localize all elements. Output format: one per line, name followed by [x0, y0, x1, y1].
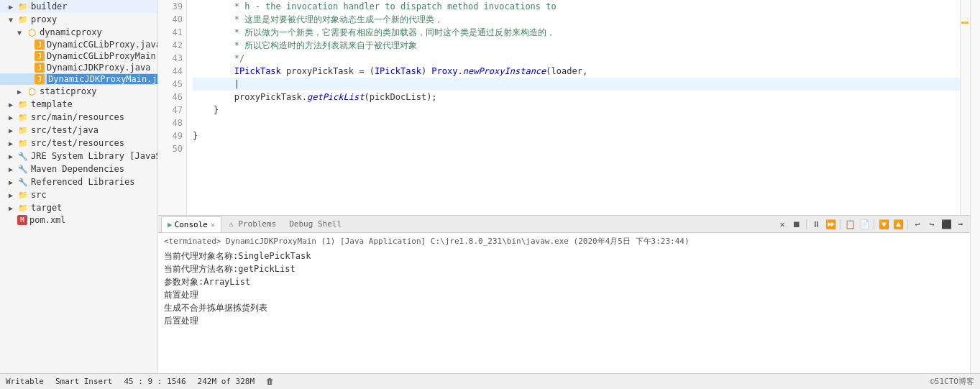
- sidebar-item-template[interactable]: ▶ 📁 template: [0, 98, 157, 111]
- code-line: * 所以它构造时的方法列表就来自于被代理对象: [193, 39, 960, 52]
- code-line: * h - the invocation handler to dispatch…: [193, 0, 960, 13]
- folder-icon: 📁: [17, 124, 29, 136]
- sidebar-item-label: src/test/java: [31, 125, 99, 135]
- console-output[interactable]: <terminated> DynamicJDKProxyMain (1) [Ja…: [158, 233, 970, 373]
- package-icon: ⬡: [26, 27, 37, 38]
- tab-close-icon[interactable]: ✕: [211, 221, 215, 229]
- line-numbers: 39 40 41 42 43 44 45 46 47 48 49 50: [158, 0, 187, 215]
- toolbar-redo-btn[interactable]: ↪: [925, 218, 938, 231]
- sidebar-item-label: target: [31, 203, 62, 213]
- tab-console-label: Console: [175, 220, 208, 229]
- tab-problems[interactable]: ⚠ Problems: [223, 218, 282, 230]
- folder-icon: 📁: [17, 202, 29, 214]
- toolbar-scroll-up-btn[interactable]: 🔼: [892, 218, 905, 231]
- tab-debug-shell[interactable]: Debug Shell: [283, 218, 347, 230]
- arrow-icon: ▶: [9, 165, 17, 173]
- sidebar-item-src-test-resources[interactable]: ▶ 📁 src/test/resources: [0, 137, 157, 150]
- sidebar-item-target[interactable]: ▶ 📁 target: [0, 201, 157, 214]
- status-insert-mode: Smart Insert: [55, 377, 112, 386]
- toolbar-arrow-btn[interactable]: ➡: [954, 218, 967, 231]
- toolbar-separator3: [874, 219, 874, 229]
- sidebar-item-DynamicJDKProxy[interactable]: ▶ J DynamicJDKProxy.java: [0, 62, 157, 73]
- editor-area: 39 40 41 42 43 44 45 46 47 48 49 50 * h …: [158, 0, 970, 373]
- toolbar-stop-btn[interactable]: ⏹: [790, 218, 803, 231]
- sidebar-item-label: DynamicCGLibProxy.java: [47, 40, 158, 50]
- arrow-icon: ▶: [9, 139, 17, 147]
- sidebar-item-label: DynamicJDKProxyMain.java: [47, 74, 158, 84]
- code-line-active[interactable]: |: [193, 78, 960, 91]
- code-line: [193, 116, 960, 129]
- line-num: 43: [158, 52, 183, 65]
- arrow-icon: ▶: [9, 3, 17, 11]
- code-line: */: [193, 52, 960, 65]
- arrow-icon: ▶: [9, 178, 17, 186]
- sidebar-item-DynamicCGLibProxyMain[interactable]: ▶ J DynamicCGLibProxyMain.java: [0, 50, 157, 62]
- toolbar-clear-btn[interactable]: ✕: [776, 218, 789, 231]
- sidebar-item-DynamicJDKProxyMain[interactable]: ▶ J DynamicJDKProxyMain.java: [0, 73, 157, 85]
- sidebar-item-jre-system-library[interactable]: ▶ 🔧 JRE System Library [JavaSE-1.8]: [0, 150, 157, 163]
- sidebar-item-referenced-libraries[interactable]: ▶ 🔧 Referenced Libraries: [0, 175, 157, 188]
- sidebar-item-builder[interactable]: ▶ 📁 builder: [0, 0, 157, 13]
- toolbar-btn1[interactable]: ⏸: [810, 218, 823, 231]
- code-editor[interactable]: * h - the invocation handler to dispatch…: [187, 0, 960, 215]
- sidebar-item-pom-xml[interactable]: ▶ M pom.xml: [0, 214, 157, 226]
- code-line: }: [193, 129, 960, 142]
- sidebar-item-src-main-resources[interactable]: ▶ 📁 src/main/resources: [0, 111, 157, 124]
- line-num: 41: [158, 26, 183, 39]
- arrow-icon: ▼: [17, 29, 26, 37]
- arrow-icon: ▶: [9, 114, 17, 122]
- code-line: * 这里是对要被代理的对象动态生成一个新的代理类，: [193, 13, 960, 26]
- sidebar-item-proxy[interactable]: ▼ 📁 proxy: [0, 13, 157, 26]
- package-icon: ⬡: [26, 86, 37, 97]
- sidebar-item-label: dynamicproxy: [40, 27, 102, 37]
- console-terminated-msg: <terminated> DynamicJDKProxyMain (1) [Ja…: [164, 236, 964, 247]
- toolbar-paste-btn[interactable]: 📄: [858, 218, 871, 231]
- status-position: 45 : 9 : 1546: [124, 377, 186, 386]
- status-left: Writable Smart Insert 45 : 9 : 1546 242M…: [6, 377, 274, 386]
- sidebar-item-label: JRE System Library [JavaSE-1.8]: [31, 151, 158, 161]
- sidebar-item-dynamicproxy[interactable]: ▼ ⬡ dynamicproxy: [0, 26, 157, 39]
- sidebar-item-label: builder: [31, 1, 68, 12]
- toolbar-minimize-btn[interactable]: ⬛: [940, 218, 953, 231]
- arrow-icon: ▶: [9, 152, 17, 160]
- line-num: 39: [158, 0, 183, 13]
- editor-wrapper: 39 40 41 42 43 44 45 46 47 48 49 50 * h …: [158, 0, 970, 215]
- line-num: 48: [158, 116, 183, 129]
- sidebar-item-maven-dependencies[interactable]: ▶ 🔧 Maven Dependencies: [0, 163, 157, 175]
- line-num: 46: [158, 91, 183, 104]
- console-output-line: 参数对象:ArrayList: [164, 275, 964, 288]
- right-scrollbar[interactable]: [970, 0, 980, 373]
- code-line: IPickTask proxyPickTask = (IPickTask) Pr…: [193, 65, 960, 78]
- status-right: ©51CTO博客: [930, 376, 974, 387]
- line-num: 44: [158, 65, 183, 78]
- xml-icon: M: [17, 215, 27, 225]
- editor-scrollbar[interactable]: [960, 0, 970, 215]
- console-toolbar: ✕ ⏹ ⏸ ⏩ 📋 📄 🔽 🔼 ↩ ↪ ⬛ ➡: [349, 218, 967, 231]
- folder-icon: 📁: [17, 111, 29, 123]
- sidebar-item-staticproxy[interactable]: ▶ ⬡ staticproxy: [0, 85, 157, 98]
- sidebar-item-label: src/main/resources: [31, 112, 124, 122]
- sidebar-item-DynamicCGLibProxy[interactable]: ▶ J DynamicCGLibProxy.java: [0, 39, 157, 50]
- sidebar-item-label: template: [31, 99, 73, 109]
- tab-console[interactable]: ▶ Console ✕: [161, 216, 221, 232]
- console-output-line: 前置处理: [164, 288, 964, 301]
- sidebar-item-src-test-java[interactable]: ▶ 📁 src/test/java: [0, 124, 157, 137]
- lib-icon: 🔧: [17, 150, 29, 162]
- console-icon: ▶: [168, 220, 173, 229]
- status-brand: ©51CTO博客: [930, 376, 974, 387]
- toolbar-scroll-down-btn[interactable]: 🔽: [877, 218, 890, 231]
- toolbar-copy-btn[interactable]: 📋: [843, 218, 856, 231]
- toolbar-undo-btn[interactable]: ↩: [911, 218, 924, 231]
- sidebar-item-src[interactable]: ▶ 📁 src: [0, 188, 157, 201]
- folder-icon: 📁: [17, 137, 29, 149]
- line-num: 49: [158, 129, 183, 142]
- line-num: 42: [158, 39, 183, 52]
- trash-icon[interactable]: 🗑: [266, 377, 274, 386]
- arrow-icon: ▶: [9, 101, 17, 109]
- java-icon: J: [35, 40, 45, 50]
- toolbar-btn2[interactable]: ⏩: [824, 218, 837, 231]
- code-line: }: [193, 104, 960, 116]
- java-icon: J: [35, 51, 45, 61]
- sidebar-item-label: staticproxy: [40, 86, 96, 96]
- scroll-marker: [961, 22, 968, 24]
